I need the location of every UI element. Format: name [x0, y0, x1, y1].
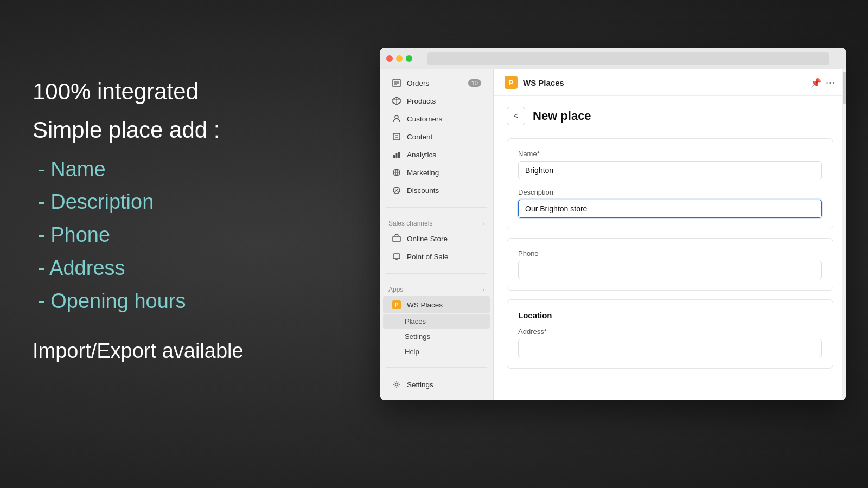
- browser-content: Orders 10 Products: [380, 69, 846, 400]
- address-label: Address*: [518, 328, 822, 336]
- svg-rect-13: [398, 152, 400, 158]
- svg-rect-21: [393, 254, 400, 259]
- sales-channels-section: Sales channels › Online Store: [380, 211, 493, 270]
- location-card: Location Address*: [507, 299, 833, 369]
- maximize-button[interactable]: [406, 55, 412, 62]
- svg-point-19: [398, 191, 399, 192]
- settings-sub-label: Settings: [405, 332, 430, 341]
- apps-section: Apps › P WS Places Places Settings Help: [380, 277, 493, 364]
- settings-icon: [392, 380, 401, 389]
- list-item-address: - Address: [38, 252, 244, 285]
- list-item-name: - Name: [38, 153, 244, 186]
- marketing-icon: [392, 168, 401, 177]
- orders-label: Orders: [407, 79, 429, 87]
- sidebar-sub-item-places[interactable]: Places: [383, 314, 490, 329]
- pos-label: Point of Sale: [407, 253, 449, 261]
- app-title: WS Places: [523, 78, 564, 87]
- analytics-icon: [392, 150, 401, 159]
- apps-chevron-icon: ›: [483, 287, 484, 293]
- svg-rect-12: [396, 153, 398, 158]
- main-content: P WS Places 📌 ··· < New place: [494, 69, 846, 400]
- online-store-icon: [392, 234, 401, 243]
- header-actions: 📌 ···: [810, 77, 835, 88]
- sidebar-item-settings[interactable]: Settings: [383, 376, 490, 393]
- left-panel: 100% integrated Simple place add : - Nam…: [33, 76, 244, 363]
- sidebar-item-orders[interactable]: Orders 10: [383, 74, 490, 92]
- scrollbar[interactable]: [842, 69, 846, 400]
- chevron-right-icon: ›: [483, 221, 484, 227]
- pin-icon[interactable]: 📌: [810, 78, 821, 88]
- name-field: Name*: [518, 150, 822, 179]
- main-header: P WS Places 📌 ···: [494, 69, 846, 96]
- apps-header[interactable]: Apps ›: [380, 281, 493, 296]
- traffic-lights: [386, 55, 412, 62]
- phone-label: Phone: [518, 249, 822, 258]
- places-label: Places: [405, 317, 426, 325]
- products-icon: [392, 96, 401, 106]
- sidebar-item-discounts[interactable]: Discounts: [383, 182, 490, 199]
- sidebar-item-online-store[interactable]: Online Store: [383, 230, 490, 247]
- list-item-hours: - Opening hours: [38, 285, 244, 318]
- list-item-phone: - Phone: [38, 219, 244, 252]
- sidebar-item-marketing[interactable]: Marketing: [383, 164, 490, 181]
- divider-1: [386, 207, 487, 208]
- name-description-card: Name* Description: [507, 138, 833, 229]
- svg-rect-20: [393, 236, 400, 242]
- close-button[interactable]: [386, 55, 393, 62]
- svg-rect-11: [393, 155, 395, 158]
- form-area: < New place Name* Description: [494, 96, 846, 388]
- sidebar-sub-item-settings[interactable]: Settings: [383, 329, 490, 344]
- svg-point-24: [395, 383, 398, 386]
- name-input[interactable]: [518, 161, 822, 179]
- address-bar[interactable]: [427, 52, 829, 65]
- sidebar-main-nav: Orders 10 Products: [380, 69, 493, 204]
- headline-simple: Simple place add :: [33, 114, 244, 146]
- minimize-button[interactable]: [396, 55, 403, 62]
- page-title: New place: [533, 109, 591, 123]
- back-button[interactable]: <: [507, 107, 525, 125]
- settings-section: Settings: [380, 371, 493, 398]
- help-label: Help: [405, 348, 419, 356]
- divider-3: [386, 367, 487, 368]
- name-label: Name*: [518, 150, 822, 158]
- orders-badge: 10: [468, 79, 481, 87]
- divider-2: [386, 273, 487, 274]
- feature-list: - Name - Description - Phone - Address -…: [38, 153, 244, 318]
- content-icon: [392, 132, 401, 142]
- sidebar-bottom: i Non-transferable: [380, 398, 493, 400]
- sidebar-item-ws-places[interactable]: P WS Places: [383, 296, 490, 313]
- svg-rect-8: [393, 133, 400, 140]
- header-left: P WS Places: [505, 76, 564, 89]
- phone-input[interactable]: [518, 261, 822, 279]
- list-item-description: - Description: [38, 185, 244, 219]
- pos-icon: [392, 252, 401, 261]
- online-store-label: Online Store: [407, 235, 448, 243]
- sidebar-item-pos[interactable]: Point of Sale: [383, 248, 490, 265]
- marketing-label: Marketing: [407, 169, 439, 177]
- headline-integrated: 100% integrated: [33, 76, 244, 108]
- customers-label: Customers: [407, 115, 442, 123]
- sales-channels-label: Sales channels: [388, 220, 432, 227]
- svg-point-18: [395, 189, 396, 190]
- ws-places-label: WS Places: [407, 301, 443, 309]
- settings-label: Settings: [407, 381, 433, 389]
- browser-chrome: [380, 48, 846, 69]
- sidebar-sub-item-help[interactable]: Help: [383, 344, 490, 359]
- products-label: Products: [407, 97, 436, 105]
- browser-window: Orders 10 Products: [380, 48, 846, 400]
- svg-point-7: [395, 115, 398, 119]
- scroll-thumb[interactable]: [843, 72, 846, 104]
- ws-places-icon: P: [392, 300, 401, 310]
- discounts-label: Discounts: [407, 187, 439, 195]
- description-field: Description: [518, 188, 822, 218]
- sidebar-item-analytics[interactable]: Analytics: [383, 146, 490, 163]
- address-field: Address*: [518, 328, 822, 357]
- orders-icon: [392, 78, 401, 88]
- sidebar-item-content[interactable]: Content: [383, 128, 490, 145]
- description-input[interactable]: [518, 200, 822, 218]
- sidebar-item-customers[interactable]: Customers: [383, 110, 490, 127]
- sidebar-item-products[interactable]: Products: [383, 92, 490, 110]
- more-icon[interactable]: ···: [826, 77, 835, 88]
- sales-channels-header[interactable]: Sales channels ›: [380, 215, 493, 229]
- address-input[interactable]: [518, 339, 822, 357]
